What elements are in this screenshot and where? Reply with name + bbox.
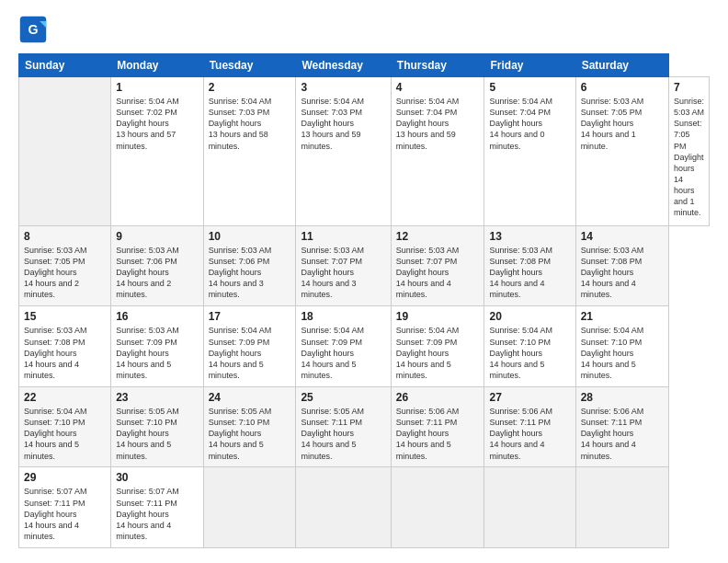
day-cell: 12Sunrise: 5:03 AMSunset: 7:07 PMDayligh… [391,225,484,306]
day-number: 10 [209,230,291,243]
cell-content: Sunrise: 5:04 AMSunset: 7:04 PMDaylight … [396,96,480,152]
day-number: 29 [24,471,106,484]
day-cell [575,467,668,548]
day-number: 5 [489,81,570,94]
day-cell: 5Sunrise: 5:04 AMSunset: 7:04 PMDaylight… [484,77,575,226]
day-cell: 19Sunrise: 5:04 AMSunset: 7:09 PMDayligh… [391,306,484,387]
day-cell: 29Sunrise: 5:07 AMSunset: 7:11 PMDayligh… [19,467,111,548]
day-number: 19 [396,310,480,323]
day-number: 7 [674,81,704,94]
day-number: 6 [581,81,664,94]
day-number: 9 [116,230,198,243]
day-cell: 4Sunrise: 5:04 AMSunset: 7:04 PMDaylight… [391,77,484,226]
cell-content: Sunrise: 5:04 AMSunset: 7:03 PMDaylight … [301,96,385,152]
cell-content: Sunrise: 5:03 AMSunset: 7:07 PMDaylight … [396,245,480,301]
cell-content: Sunrise: 5:03 AMSunset: 7:05 PMDaylight … [581,96,664,152]
day-number: 2 [209,81,291,94]
logo: G [18,15,51,44]
cell-content: Sunrise: 5:06 AMSunset: 7:11 PMDaylight … [489,406,570,462]
week-row-4: 22Sunrise: 5:04 AMSunset: 7:10 PMDayligh… [19,386,710,467]
day-number: 22 [24,391,106,404]
day-cell [19,77,111,226]
day-cell: 27Sunrise: 5:06 AMSunset: 7:11 PMDayligh… [484,386,575,467]
day-cell: 8Sunrise: 5:03 AMSunset: 7:05 PMDaylight… [19,225,111,306]
cell-content: Sunrise: 5:05 AMSunset: 7:10 PMDaylight … [116,406,198,462]
cell-content: Sunrise: 5:03 AMSunset: 7:05 PMDaylight … [674,96,704,219]
cell-content: Sunrise: 5:05 AMSunset: 7:11 PMDaylight … [301,406,385,462]
day-number: 24 [209,391,291,404]
day-cell: 23Sunrise: 5:05 AMSunset: 7:10 PMDayligh… [111,386,203,467]
day-cell: 28Sunrise: 5:06 AMSunset: 7:11 PMDayligh… [575,386,668,467]
day-number: 13 [489,230,570,243]
day-number: 26 [396,391,480,404]
cell-content: Sunrise: 5:07 AMSunset: 7:11 PMDaylight … [24,486,106,542]
day-cell: 20Sunrise: 5:04 AMSunset: 7:10 PMDayligh… [484,306,575,387]
day-cell: 14Sunrise: 5:03 AMSunset: 7:08 PMDayligh… [575,225,668,306]
day-cell: 3Sunrise: 5:04 AMSunset: 7:03 PMDaylight… [296,77,391,226]
week-row-5: 29Sunrise: 5:07 AMSunset: 7:11 PMDayligh… [19,467,710,548]
weekday-tuesday: Tuesday [203,54,296,77]
page: G SundayMondayTuesdayWednesdayThursdayFr… [0,0,728,563]
day-cell: 30Sunrise: 5:07 AMSunset: 7:11 PMDayligh… [111,467,203,548]
day-cell: 9Sunrise: 5:03 AMSunset: 7:06 PMDaylight… [111,225,203,306]
calendar-body: 1Sunrise: 5:04 AMSunset: 7:02 PMDaylight… [19,77,710,548]
day-number: 16 [116,310,198,323]
cell-content: Sunrise: 5:03 AMSunset: 7:09 PMDaylight … [116,325,198,381]
cell-content: Sunrise: 5:06 AMSunset: 7:11 PMDaylight … [581,406,664,462]
day-number: 28 [581,391,664,404]
cell-content: Sunrise: 5:03 AMSunset: 7:07 PMDaylight … [301,245,385,301]
weekday-thursday: Thursday [391,54,484,77]
day-number: 11 [301,230,385,243]
weekday-friday: Friday [484,54,575,77]
day-cell [296,467,391,548]
cell-content: Sunrise: 5:03 AMSunset: 7:06 PMDaylight … [209,245,291,301]
weekday-header: SundayMondayTuesdayWednesdayThursdayFrid… [19,54,710,77]
day-cell: 26Sunrise: 5:06 AMSunset: 7:11 PMDayligh… [391,386,484,467]
cell-content: Sunrise: 5:03 AMSunset: 7:08 PMDaylight … [489,245,570,301]
day-number: 12 [396,230,480,243]
cell-content: Sunrise: 5:05 AMSunset: 7:10 PMDaylight … [209,406,291,462]
day-cell [391,467,484,548]
day-number: 20 [489,310,570,323]
day-number: 30 [116,471,198,484]
weekday-sunday: Sunday [19,54,111,77]
day-number: 1 [116,81,198,94]
day-cell: 25Sunrise: 5:05 AMSunset: 7:11 PMDayligh… [296,386,391,467]
day-number: 4 [396,81,480,94]
day-cell: 11Sunrise: 5:03 AMSunset: 7:07 PMDayligh… [296,225,391,306]
cell-content: Sunrise: 5:04 AMSunset: 7:10 PMDaylight … [581,325,664,381]
week-row-2: 8Sunrise: 5:03 AMSunset: 7:05 PMDaylight… [19,225,710,306]
day-cell: 2Sunrise: 5:04 AMSunset: 7:03 PMDaylight… [203,77,296,226]
day-cell: 16Sunrise: 5:03 AMSunset: 7:09 PMDayligh… [111,306,203,387]
week-row-1: 1Sunrise: 5:04 AMSunset: 7:02 PMDaylight… [19,77,710,226]
cell-content: Sunrise: 5:03 AMSunset: 7:08 PMDaylight … [24,325,106,381]
cell-content: Sunrise: 5:06 AMSunset: 7:11 PMDaylight … [396,406,480,462]
day-cell: 17Sunrise: 5:04 AMSunset: 7:09 PMDayligh… [203,306,296,387]
cell-content: Sunrise: 5:04 AMSunset: 7:04 PMDaylight … [489,96,570,152]
day-number: 8 [24,230,106,243]
week-row-3: 15Sunrise: 5:03 AMSunset: 7:08 PMDayligh… [19,306,710,387]
day-number: 18 [301,310,385,323]
cell-content: Sunrise: 5:04 AMSunset: 7:03 PMDaylight … [209,96,291,152]
day-cell: 13Sunrise: 5:03 AMSunset: 7:08 PMDayligh… [484,225,575,306]
day-number: 3 [301,81,385,94]
day-cell: 7Sunrise: 5:03 AMSunset: 7:05 PMDaylight… [668,77,709,226]
day-cell: 24Sunrise: 5:05 AMSunset: 7:10 PMDayligh… [203,386,296,467]
day-cell: 10Sunrise: 5:03 AMSunset: 7:06 PMDayligh… [203,225,296,306]
day-cell: 1Sunrise: 5:04 AMSunset: 7:02 PMDaylight… [111,77,203,226]
day-cell: 15Sunrise: 5:03 AMSunset: 7:08 PMDayligh… [19,306,111,387]
day-number: 23 [116,391,198,404]
cell-content: Sunrise: 5:04 AMSunset: 7:10 PMDaylight … [489,325,570,381]
day-cell [203,467,296,548]
day-number: 15 [24,310,106,323]
day-number: 17 [209,310,291,323]
cell-content: Sunrise: 5:04 AMSunset: 7:09 PMDaylight … [209,325,291,381]
cell-content: Sunrise: 5:03 AMSunset: 7:05 PMDaylight … [24,245,106,301]
day-number: 21 [581,310,664,323]
cell-content: Sunrise: 5:04 AMSunset: 7:09 PMDaylight … [396,325,480,381]
cell-content: Sunrise: 5:04 AMSunset: 7:09 PMDaylight … [301,325,385,381]
day-cell: 6Sunrise: 5:03 AMSunset: 7:05 PMDaylight… [575,77,668,226]
cell-content: Sunrise: 5:04 AMSunset: 7:02 PMDaylight … [116,96,198,152]
day-number: 14 [581,230,664,243]
day-number: 27 [489,391,570,404]
